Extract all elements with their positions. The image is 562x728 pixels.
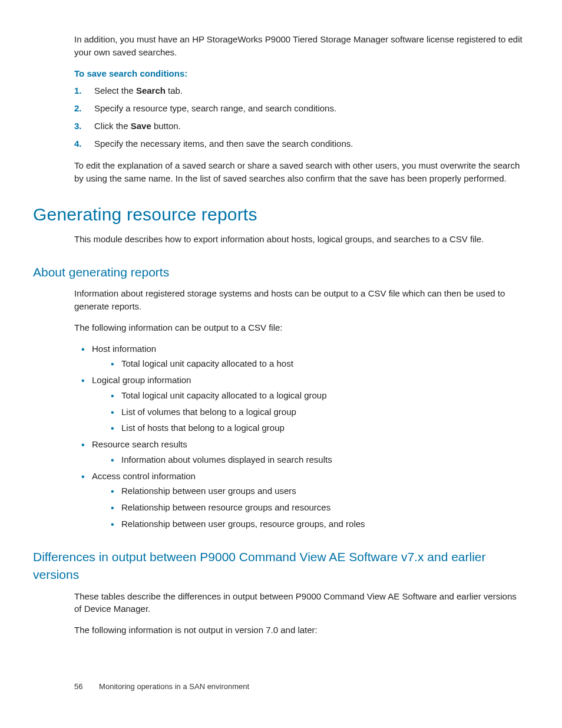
list-item-label: Host information xyxy=(92,344,156,354)
step-2: 2. Specify a resource type, search range… xyxy=(74,102,523,115)
sub-list: Information about volumes displayed in s… xyxy=(104,453,523,466)
sub-list-item: Relationship between user groups and use… xyxy=(104,485,523,498)
sub-list-item: List of volumes that belong to a logical… xyxy=(104,406,523,419)
intro-section: In addition, you must have an HP Storage… xyxy=(74,33,523,185)
about-paragraph-2: The following information can be output … xyxy=(74,321,523,334)
step-number: 1. xyxy=(74,84,90,97)
step-text-pre: Select the xyxy=(94,85,136,95)
step-text-post: button. xyxy=(151,121,181,131)
step-3: 3. Click the Save button. xyxy=(74,120,523,133)
page-container: In addition, you must have an HP Storage… xyxy=(0,0,562,728)
step-text-bold: Search xyxy=(136,85,166,95)
diff-body: These tables describe the differences in… xyxy=(74,590,523,637)
step-text-post: tab. xyxy=(166,85,183,95)
step-number: 4. xyxy=(74,137,90,150)
list-item-label: Access control information xyxy=(92,471,196,481)
list-item: Resource search results Information abou… xyxy=(74,438,523,466)
sub-list-item: Total logical unit capacity allocated to… xyxy=(104,357,523,370)
diff-paragraph-1: These tables describe the differences in… xyxy=(74,590,523,616)
h1-intro-block: This module describes how to export info… xyxy=(74,233,523,246)
list-item-label: Logical group information xyxy=(92,375,191,385)
license-paragraph: In addition, you must have an HP Storage… xyxy=(74,33,523,59)
edit-paragraph: To edit the explanation of a saved searc… xyxy=(74,159,523,185)
sub-list: Total logical unit capacity allocated to… xyxy=(104,357,523,370)
info-list: Host information Total logical unit capa… xyxy=(74,342,523,531)
list-item: Logical group information Total logical … xyxy=(74,374,523,434)
sub-list: Relationship between user groups and use… xyxy=(104,485,523,530)
heading-differences: Differences in output between P9000 Comm… xyxy=(33,548,529,584)
sub-list: Total logical unit capacity allocated to… xyxy=(104,389,523,434)
page-number: 56 xyxy=(74,682,82,691)
about-body: Information about registered storage sys… xyxy=(74,287,523,530)
step-text-pre: Click the xyxy=(94,121,131,131)
sub-list-item: Relationship between resource groups and… xyxy=(104,501,523,514)
diff-paragraph-2: The following information is not output … xyxy=(74,624,523,637)
procedure-steps: 1. Select the Search tab. 2. Specify a r… xyxy=(74,84,523,150)
sub-list-item: Relationship between user groups, resour… xyxy=(104,518,523,531)
heading-about-generating-reports: About generating reports xyxy=(33,263,529,281)
step-text-bold: Save xyxy=(131,121,151,131)
about-paragraph-1: Information about registered storage sys… xyxy=(74,287,523,313)
sub-list-item: Total logical unit capacity allocated to… xyxy=(104,389,523,402)
chapter-title: Monitoring operations in a SAN environme… xyxy=(99,682,249,691)
sub-list-item: Information about volumes displayed in s… xyxy=(104,453,523,466)
page-footer: 56 Monitoring operations in a SAN enviro… xyxy=(74,681,249,693)
heading-generating-resource-reports: Generating resource reports xyxy=(33,202,529,228)
list-item-label: Resource search results xyxy=(92,439,187,449)
step-1: 1. Select the Search tab. xyxy=(74,84,523,97)
step-number: 3. xyxy=(74,120,90,133)
step-number: 2. xyxy=(74,102,90,115)
step-4: 4. Specify the necessary items, and then… xyxy=(74,137,523,150)
list-item: Host information Total logical unit capa… xyxy=(74,342,523,371)
h1-intro-paragraph: This module describes how to export info… xyxy=(74,233,523,246)
step-text: Specify a resource type, search range, a… xyxy=(94,103,336,113)
sub-list-item: List of hosts that belong to a logical g… xyxy=(104,421,523,434)
list-item: Access control information Relationship … xyxy=(74,470,523,531)
procedure-title: To save search conditions: xyxy=(74,67,523,80)
step-text: Specify the necessary items, and then sa… xyxy=(94,139,353,149)
